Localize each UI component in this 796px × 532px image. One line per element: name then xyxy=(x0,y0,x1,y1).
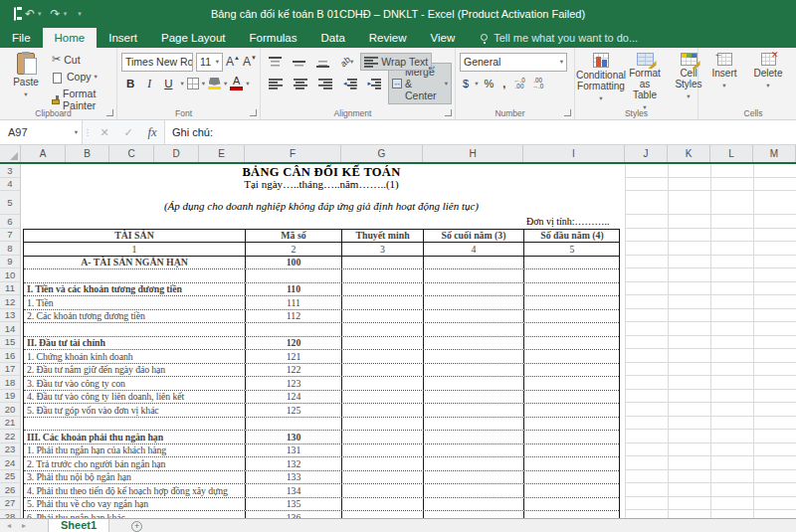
increase-font-size-button[interactable]: A▲ xyxy=(226,55,240,69)
asset-label-cell[interactable]: A- TÀI SẢN NGẮN HẠN xyxy=(24,257,246,269)
table-colnum-cell[interactable]: 1 xyxy=(24,243,246,256)
row-header-10[interactable]: 10 xyxy=(0,268,21,282)
row-header-15[interactable]: 15 xyxy=(0,336,21,350)
start-of-year-cell[interactable] xyxy=(524,511,620,518)
row-header-6[interactable]: 6 xyxy=(0,215,21,229)
start-of-year-cell[interactable] xyxy=(524,391,620,404)
code-cell[interactable]: 123 xyxy=(246,377,342,390)
code-cell[interactable]: 112 xyxy=(246,310,342,323)
code-cell[interactable]: 131 xyxy=(246,444,342,457)
accounting-format-button[interactable]: $ xyxy=(460,77,472,90)
styles-conditional-formatting-button[interactable]: Conditional Formatting▾ xyxy=(579,51,623,112)
styles-format-as-table-button[interactable]: Format as Table▾ xyxy=(623,51,667,112)
paste-dropdown-icon[interactable]: ▾ xyxy=(24,89,27,99)
table-header-cell[interactable]: Mã số xyxy=(246,230,342,243)
tab-review[interactable]: Review xyxy=(357,28,419,48)
column-header-B[interactable]: B xyxy=(66,145,109,162)
code-cell[interactable]: 136 xyxy=(246,511,342,518)
asset-label-cell[interactable] xyxy=(24,418,246,431)
align-center-button[interactable] xyxy=(290,76,311,92)
code-cell[interactable]: 121 xyxy=(246,350,342,363)
table-header-cell[interactable]: Số đầu năm (4) xyxy=(524,230,620,243)
italic-button[interactable]: I xyxy=(142,76,156,91)
select-all-corner[interactable] xyxy=(0,145,21,162)
asset-label-cell[interactable] xyxy=(24,323,246,336)
column-header-I[interactable]: I xyxy=(523,145,625,162)
note-cell[interactable] xyxy=(342,269,424,282)
number-dialog-launcher[interactable] xyxy=(564,109,571,116)
end-of-year-cell[interactable] xyxy=(424,364,524,377)
percent-style-button[interactable]: % xyxy=(481,77,497,90)
new-sheet-button[interactable]: + xyxy=(131,521,142,532)
code-cell[interactable]: 125 xyxy=(246,404,342,417)
end-of-year-cell[interactable] xyxy=(424,310,524,323)
note-cell[interactable] xyxy=(342,498,424,511)
row-header-22[interactable]: 22 xyxy=(0,430,21,443)
column-header-H[interactable]: H xyxy=(423,145,523,162)
tab-insert[interactable]: Insert xyxy=(97,28,149,48)
column-header-C[interactable]: C xyxy=(109,145,154,162)
row-header-19[interactable]: 19 xyxy=(0,390,21,404)
end-of-year-cell[interactable] xyxy=(424,484,524,497)
asset-label-cell[interactable]: 1. Tiền xyxy=(24,296,246,309)
align-middle-button[interactable] xyxy=(289,54,309,71)
code-cell[interactable]: 111 xyxy=(246,296,342,309)
end-of-year-cell[interactable] xyxy=(424,283,524,296)
asset-label-cell[interactable]: 6. Phải thu ngắn hạn khác xyxy=(24,511,246,518)
column-header-D[interactable]: D xyxy=(154,145,199,162)
start-of-year-cell[interactable] xyxy=(524,404,620,417)
row-header-18[interactable]: 18 xyxy=(0,376,21,390)
end-of-year-cell[interactable] xyxy=(424,418,524,431)
row-header-28[interactable]: 28 xyxy=(0,510,21,518)
table-header-cell[interactable]: Số cuối năm (3) xyxy=(424,230,524,243)
row-header-5[interactable]: 5 xyxy=(0,191,21,215)
row-header-20[interactable]: 20 xyxy=(0,403,21,417)
table-colnum-cell[interactable]: 3 xyxy=(342,243,424,256)
undo-button[interactable]: ↶ xyxy=(25,8,35,20)
end-of-year-cell[interactable] xyxy=(424,391,524,404)
table-header-cell[interactable]: TÀI SẢN xyxy=(24,230,246,243)
orientation-button[interactable]: ab▾ xyxy=(336,54,357,70)
row-header-17[interactable]: 17 xyxy=(0,363,21,377)
asset-label-cell[interactable]: 4. Phải thu theo tiến độ kế hoạch hợp đồ… xyxy=(24,484,246,497)
name-box-dropdown-icon[interactable]: ▾ xyxy=(75,128,78,136)
note-cell[interactable] xyxy=(342,444,424,457)
note-cell[interactable] xyxy=(342,511,424,518)
note-cell[interactable] xyxy=(342,377,424,390)
end-of-year-cell[interactable] xyxy=(424,350,524,363)
code-cell[interactable]: 124 xyxy=(246,391,342,404)
column-header-M[interactable]: M xyxy=(753,145,796,162)
asset-label-cell[interactable]: 2. Trả trước cho người bán ngắn hạn xyxy=(24,457,246,470)
align-top-button[interactable] xyxy=(265,54,286,71)
row-header-13[interactable]: 13 xyxy=(0,309,21,323)
end-of-year-cell[interactable] xyxy=(424,257,524,269)
column-header-E[interactable]: E xyxy=(199,145,245,162)
row-header-16[interactable]: 16 xyxy=(0,349,21,363)
increase-decimal-button[interactable]: ←.0 .00 xyxy=(511,78,527,90)
font-dialog-launcher[interactable] xyxy=(250,109,257,116)
column-header-L[interactable]: L xyxy=(710,145,753,162)
start-of-year-cell[interactable] xyxy=(524,296,620,309)
number-format-combo[interactable]: General▾ xyxy=(460,53,567,72)
formula-input[interactable]: Ghi chú: xyxy=(164,120,796,144)
name-box[interactable]: A97▾ xyxy=(0,120,83,144)
asset-label-cell[interactable]: 3. Phải thu nội bộ ngắn hạn xyxy=(24,471,246,484)
column-header-A[interactable]: A xyxy=(21,145,66,162)
redo-button[interactable]: ↷ xyxy=(51,8,61,20)
customize-qat-button[interactable]: ▾ xyxy=(78,10,82,18)
start-of-year-cell[interactable] xyxy=(524,310,620,323)
asset-label-cell[interactable]: 3. Đầu tư vào công ty con xyxy=(24,377,246,390)
column-header-G[interactable]: G xyxy=(341,145,423,162)
tab-view[interactable]: View xyxy=(419,28,468,48)
enter-button[interactable]: ✓ xyxy=(116,120,140,144)
row-header-14[interactable]: 14 xyxy=(0,322,21,336)
column-header-K[interactable]: K xyxy=(668,145,710,162)
decrease-font-size-button[interactable]: A▼ xyxy=(243,55,257,69)
note-cell[interactable] xyxy=(342,418,424,431)
underline-dropdown-icon[interactable]: ▾ xyxy=(180,80,183,88)
row-header-25[interactable]: 25 xyxy=(0,470,21,484)
decrease-decimal-button[interactable]: .00 →.0 xyxy=(530,78,546,90)
tab-page-layout[interactable]: Page Layout xyxy=(149,28,238,48)
code-cell[interactable]: 134 xyxy=(246,484,342,497)
start-of-year-cell[interactable] xyxy=(524,323,620,336)
